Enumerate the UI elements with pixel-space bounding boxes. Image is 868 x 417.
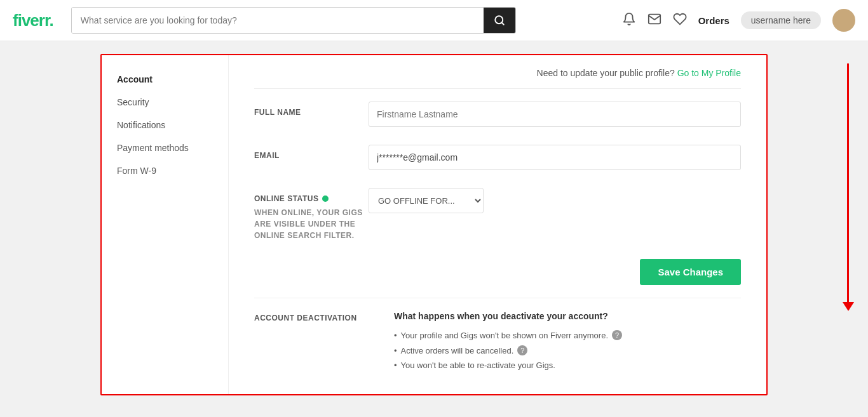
main-content: Account Security Notifications Payment m… bbox=[0, 41, 868, 408]
scroll-indicator-arrow bbox=[847, 63, 849, 305]
profile-prompt-text: Need to update your public profile? bbox=[537, 68, 675, 78]
profile-link-bar: Need to update your public profile? Go t… bbox=[254, 68, 741, 89]
help-icon-1[interactable]: ? bbox=[612, 330, 622, 340]
email-label: EMAIL bbox=[254, 145, 369, 160]
avatar[interactable] bbox=[832, 9, 855, 32]
email-row: EMAIL bbox=[254, 145, 741, 170]
sidebar-item-payment-methods[interactable]: Payment methods bbox=[102, 136, 228, 159]
search-button[interactable] bbox=[484, 8, 515, 33]
deactivation-item-3: You won't be able to re-activate your Gi… bbox=[394, 361, 741, 370]
sidebar-item-form-w9[interactable]: Form W-9 bbox=[102, 159, 228, 182]
help-icon-2[interactable]: ? bbox=[517, 345, 527, 355]
account-deactivation-section: ACCOUNT DEACTIVATION What happens when y… bbox=[254, 311, 741, 375]
deactivation-label: ACCOUNT DEACTIVATION bbox=[254, 311, 369, 375]
search-input[interactable] bbox=[72, 8, 484, 33]
notifications-bell-icon[interactable] bbox=[622, 12, 636, 29]
deactivation-item-1: Your profile and Gigs won't be shown on … bbox=[394, 330, 741, 340]
search-bar bbox=[71, 7, 516, 34]
search-icon bbox=[494, 15, 505, 26]
svg-line-1 bbox=[501, 22, 503, 24]
online-status-dot bbox=[322, 195, 329, 202]
logo-text: fiverr bbox=[13, 11, 50, 30]
offline-for-select[interactable]: GO OFFLINE FOR... 1 Hour 2 Hours 4 Hours… bbox=[369, 188, 484, 213]
username-button[interactable]: username here bbox=[741, 11, 821, 29]
full-name-label: FULL NAME bbox=[254, 102, 369, 117]
email-input[interactable] bbox=[369, 145, 741, 170]
online-status-label-with-dot: ONLINE STATUS bbox=[254, 194, 369, 203]
save-changes-row: Save Changes bbox=[254, 259, 741, 298]
sidebar-item-security[interactable]: Security bbox=[102, 91, 228, 114]
go-to-profile-link[interactable]: Go to My Profile bbox=[677, 68, 741, 78]
logo[interactable]: fiverr. bbox=[13, 11, 53, 30]
online-status-description: When online, your Gigs are visible under… bbox=[254, 207, 369, 241]
logo-dot: . bbox=[50, 11, 53, 30]
save-changes-button[interactable]: Save Changes bbox=[640, 259, 741, 285]
header: fiverr. Orders username here bbox=[0, 0, 868, 41]
full-name-input[interactable] bbox=[369, 102, 741, 127]
deactivation-list: Your profile and Gigs won't be shown on … bbox=[394, 330, 741, 370]
wishlist-icon[interactable] bbox=[673, 12, 687, 29]
sidebar-item-notifications[interactable]: Notifications bbox=[102, 114, 228, 136]
online-status-label-col: ONLINE STATUS When online, your Gigs are… bbox=[254, 188, 369, 241]
deactivation-info: What happens when you deactivate your ac… bbox=[394, 311, 741, 375]
online-status-row: ONLINE STATUS When online, your Gigs are… bbox=[254, 188, 741, 241]
settings-content: Need to update your public profile? Go t… bbox=[229, 55, 766, 394]
full-name-row: FULL NAME bbox=[254, 102, 741, 127]
messages-icon[interactable] bbox=[648, 12, 661, 29]
header-icons: Orders username here bbox=[622, 9, 855, 32]
orders-link[interactable]: Orders bbox=[698, 15, 729, 26]
deactivation-title: What happens when you deactivate your ac… bbox=[394, 311, 741, 321]
offline-select-field: GO OFFLINE FOR... 1 Hour 2 Hours 4 Hours… bbox=[369, 188, 741, 213]
settings-container: Account Security Notifications Payment m… bbox=[100, 54, 768, 395]
deactivation-item-2: Active orders will be cancelled. ? bbox=[394, 345, 741, 355]
online-status-label-text: ONLINE STATUS bbox=[254, 194, 318, 203]
email-field bbox=[369, 145, 741, 170]
sidebar-item-account[interactable]: Account bbox=[102, 68, 228, 91]
settings-sidebar: Account Security Notifications Payment m… bbox=[102, 55, 229, 394]
full-name-field bbox=[369, 102, 741, 127]
